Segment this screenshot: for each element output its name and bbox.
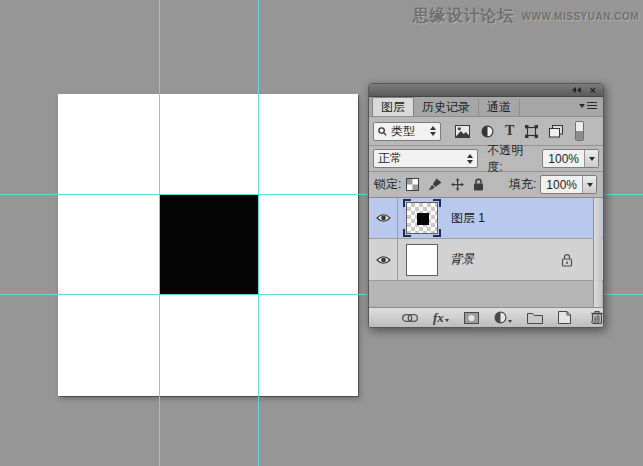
adjustment-dropdown-icon (508, 320, 512, 323)
vertical-guide-1[interactable] (159, 0, 160, 466)
fill-value[interactable]: 100% (541, 176, 582, 193)
filter-shape-layers-icon[interactable] (525, 125, 538, 138)
search-icon (378, 127, 387, 136)
background-lock-icon (561, 253, 573, 267)
tab-channels-label: 通道 (487, 99, 511, 116)
opacity-dropdown-icon[interactable] (584, 150, 598, 167)
filter-on-off-toggle[interactable] (575, 121, 584, 141)
fx-dropdown-icon (445, 319, 449, 322)
opacity-label: 不透明度: (487, 142, 538, 176)
tab-layers[interactable]: 图层 (372, 97, 414, 116)
opacity-input[interactable]: 100% (542, 149, 599, 168)
visibility-cell[interactable] (369, 198, 398, 238)
vertical-guide-2[interactable] (258, 0, 259, 466)
thumbnail-black-square (417, 213, 429, 225)
tab-history-label: 历史记录 (422, 99, 470, 116)
panel-bottom-toolbar: fx (369, 308, 603, 327)
filter-smart-objects-icon[interactable] (549, 125, 563, 138)
watermark-site-name: 思缘设计论坛 (413, 6, 515, 27)
link-layers-icon[interactable] (402, 314, 418, 322)
lock-transparent-pixels-icon[interactable] (406, 178, 419, 191)
tab-layers-label: 图层 (381, 99, 405, 116)
filter-pixel-layers-icon[interactable] (455, 125, 470, 138)
lock-all-padlock-icon[interactable] (473, 178, 484, 191)
add-layer-mask-icon[interactable] (464, 312, 479, 324)
panel-title-bar[interactable]: × (369, 84, 603, 97)
collapse-to-icons-icon[interactable] (572, 87, 581, 93)
layer1-thumbnail[interactable] (406, 202, 438, 234)
lock-buttons (406, 178, 484, 191)
new-group-folder-icon[interactable] (527, 312, 543, 324)
layer-filter-row: 类型 T (369, 117, 603, 146)
blend-mode-value: 正常 (378, 150, 402, 167)
watermark-site-url: WWW.MISSYUAN.COM (522, 11, 639, 22)
layers-scrollbar[interactable] (593, 198, 602, 307)
layers-list: 图层 1 背景 (369, 198, 603, 308)
layer-row-layer1[interactable]: 图层 1 (369, 198, 603, 239)
filter-kind-select[interactable]: 类型 (373, 122, 441, 141)
opacity-value[interactable]: 100% (543, 150, 584, 167)
panel-menu-icon[interactable] (579, 102, 597, 109)
lock-label: 锁定: (374, 176, 401, 193)
panel-drag-handle[interactable] (472, 327, 500, 329)
layers-panel: × 图层 历史记录 通道 类型 (368, 83, 604, 328)
tab-channels[interactable]: 通道 (479, 99, 520, 116)
eye-icon[interactable] (376, 255, 391, 265)
filter-type-layers-icon[interactable]: T (505, 125, 514, 137)
chevron-updown-icon (467, 154, 473, 164)
fill-input[interactable]: 100% (540, 175, 597, 194)
lock-image-pixels-brush-icon[interactable] (428, 178, 442, 191)
blend-mode-select[interactable]: 正常 (373, 149, 478, 168)
filter-adjustment-layers-icon[interactable] (481, 125, 494, 138)
site-watermark: 思缘设计论坛 WWW.MISSYUAN.COM (413, 6, 639, 27)
visibility-cell[interactable] (369, 239, 398, 280)
fill-dropdown-icon[interactable] (582, 176, 596, 193)
eye-icon[interactable] (376, 213, 391, 223)
layer1-thumbnail-frame (403, 199, 441, 237)
panel-tab-bar: 图层 历史记录 通道 (369, 97, 603, 117)
background-name[interactable]: 背景 (450, 251, 474, 268)
filter-type-buttons: T (455, 125, 563, 138)
new-layer-icon[interactable] (558, 311, 571, 324)
layer1-name[interactable]: 图层 1 (451, 210, 485, 227)
layer-style-fx-button[interactable]: fx (433, 312, 449, 323)
lock-fill-row: 锁定: 填充: 100% (369, 172, 603, 198)
tab-history[interactable]: 历史记录 (414, 99, 479, 116)
blend-opacity-row: 正常 不透明度: 100% (369, 146, 603, 172)
filter-kind-value: 类型 (391, 123, 415, 140)
photoshop-workspace: { "watermark": { "site_name": "思缘设计论坛", … (0, 0, 643, 466)
panel-resize-grip[interactable] (591, 315, 600, 324)
fill-label: 填充: (509, 176, 536, 193)
lock-position-move-icon[interactable] (451, 178, 464, 191)
background-thumbnail[interactable] (406, 244, 438, 276)
new-adjustment-layer-icon[interactable] (494, 311, 512, 324)
chevron-updown-icon (430, 126, 436, 136)
layer-row-background[interactable]: 背景 (369, 239, 603, 281)
black-square-layer-pixels[interactable] (159, 194, 259, 294)
fx-label: fx (433, 312, 444, 323)
close-icon[interactable]: × (590, 86, 596, 95)
